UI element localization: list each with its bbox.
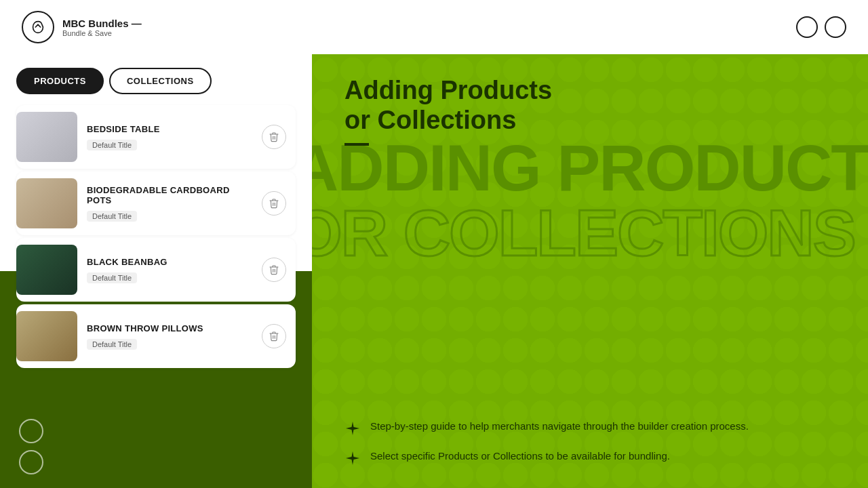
product-badge: Default Title (87, 140, 137, 150)
header-controls (796, 16, 846, 38)
left-panel: PRODUCTS COLLECTIONS BEDSIDE TABLE Defau… (0, 54, 312, 488)
watermark: ADDING PRODUCTS OR COLLECTIONS (312, 136, 868, 266)
header-circle-1[interactable] (796, 16, 818, 38)
tab-bar: PRODUCTS COLLECTIONS (16, 68, 296, 94)
right-title-line2: or Collections (344, 106, 516, 134)
header-circle-2[interactable] (825, 16, 846, 38)
product-badge: Default Title (87, 211, 137, 222)
feature-text: Select specific Products or Collections … (370, 449, 670, 464)
delete-button[interactable] (262, 191, 286, 216)
product-card: BEDSIDE TABLE Default Title (16, 105, 296, 169)
product-image (16, 178, 77, 228)
product-image (16, 311, 77, 361)
left-panel-content: PRODUCTS COLLECTIONS BEDSIDE TABLE Defau… (0, 54, 312, 488)
product-list: BEDSIDE TABLE Default Title BIODEGRADABL… (16, 105, 296, 368)
product-image (16, 112, 77, 162)
sparkle-icon (344, 450, 361, 466)
tab-collections[interactable]: COLLECTIONS (109, 68, 212, 94)
product-badge: Default Title (87, 339, 137, 350)
brand-name: MBC Bundles — (62, 18, 142, 29)
sparkle-icon (344, 420, 361, 436)
product-name: BEDSIDE TABLE (87, 124, 252, 134)
right-divider (344, 143, 369, 146)
nav-circle-2[interactable] (19, 450, 43, 474)
product-name: BLACK BEANBAG (87, 257, 252, 267)
header: MBC Bundles — Bundle & Save (0, 0, 868, 54)
delete-button[interactable] (262, 324, 286, 348)
product-name: BIODEGRADABLE CARDBOARD POTS (87, 185, 252, 205)
right-panel: Adding Products or Collections ADDING PR… (312, 54, 868, 488)
brand-text: MBC Bundles — Bundle & Save (62, 18, 142, 37)
product-card: BLACK BEANBAG Default Title (16, 238, 296, 302)
right-title: Adding Products or Collections (344, 76, 835, 135)
product-badge: Default Title (87, 272, 137, 283)
delete-button[interactable] (262, 125, 286, 149)
product-info: BEDSIDE TABLE Default Title (87, 124, 252, 150)
right-title-line1: Adding Products (344, 76, 552, 104)
logo-icon (22, 11, 54, 43)
tab-products[interactable]: PRODUCTS (16, 68, 104, 94)
product-name: BROWN THROW PILLOWS (87, 323, 252, 333)
product-image (16, 245, 77, 295)
bottom-nav (19, 419, 43, 474)
product-info: BROWN THROW PILLOWS Default Title (87, 323, 252, 350)
delete-button[interactable] (262, 258, 286, 282)
feature-item: Select specific Products or Collections … (344, 449, 835, 466)
brand-tagline: Bundle & Save (62, 29, 142, 37)
watermark-line1: ADDING PRODUCTS (312, 136, 868, 201)
feature-text: Step-by-step guide to help merchants nav… (370, 419, 749, 434)
nav-circle-1[interactable] (19, 419, 43, 443)
watermark-line2: OR COLLECTIONS (312, 201, 868, 266)
feature-item: Step-by-step guide to help merchants nav… (344, 419, 835, 436)
product-card: BIODEGRADABLE CARDBOARD POTS Default Tit… (16, 171, 296, 235)
product-card: BROWN THROW PILLOWS Default Title (16, 304, 296, 368)
product-info: BLACK BEANBAG Default Title (87, 257, 252, 283)
features: Step-by-step guide to help merchants nav… (344, 419, 835, 466)
product-info: BIODEGRADABLE CARDBOARD POTS Default Tit… (87, 185, 252, 222)
main-content: PRODUCTS COLLECTIONS BEDSIDE TABLE Defau… (0, 54, 868, 488)
